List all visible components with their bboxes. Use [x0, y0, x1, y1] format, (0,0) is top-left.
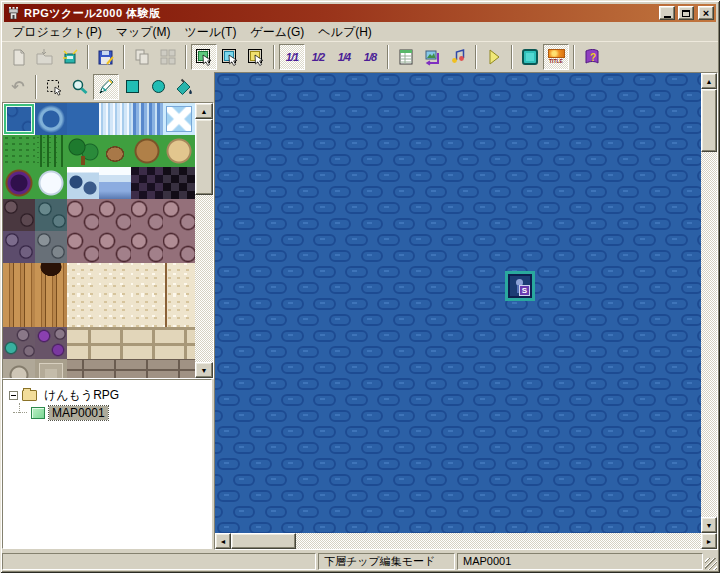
palette-tile-boulder[interactable] [99, 199, 131, 231]
zoom-1-1-button[interactable]: 1/1 [279, 44, 305, 70]
palette-tile-sand[interactable] [67, 295, 99, 327]
palette-tile-water[interactable] [3, 103, 35, 135]
rectangle-tool-button[interactable] [119, 74, 145, 100]
select-tool-button[interactable] [41, 74, 67, 100]
map-scroll-left-button[interactable]: ◄ [215, 533, 231, 549]
palette-tile-dark-cross2[interactable] [163, 167, 195, 199]
fill-tool-button[interactable] [171, 74, 197, 100]
zoom-1-2-button[interactable]: 1/2 [305, 44, 331, 70]
palette-tile-pool[interactable] [35, 103, 67, 135]
palette-tile-sand-circle[interactable] [163, 135, 195, 167]
palette-tile-boulder[interactable] [163, 231, 195, 263]
tree-node-map[interactable]: MAP0001 [31, 404, 211, 421]
zoom-1-4-button[interactable]: 1/4 [331, 44, 357, 70]
palette-tile-brick-dark[interactable] [67, 359, 99, 378]
pen-tool-button[interactable] [93, 74, 119, 100]
palette-tile-deep[interactable] [67, 103, 99, 135]
palette-tile-boulder[interactable] [67, 199, 99, 231]
zoom-tool-button[interactable] [67, 74, 93, 100]
palette-tile-wood[interactable] [3, 295, 35, 327]
event-layer-mode-button[interactable] [243, 44, 269, 70]
palette-scroll-up-button[interactable]: ▲ [195, 103, 213, 119]
palette-tile-mountain[interactable] [99, 167, 131, 199]
palette-tile-tile-square[interactable] [35, 359, 67, 378]
palette-scroll-down-button[interactable]: ▼ [195, 362, 213, 378]
palette-scrollbar[interactable]: ▲ ▼ [195, 103, 213, 378]
minimize-button[interactable] [659, 6, 675, 20]
save-button[interactable] [93, 44, 119, 70]
palette-tile-snow-trees[interactable] [67, 167, 99, 199]
map-hscrollbar-thumb[interactable] [231, 533, 296, 549]
palette-tile-wood[interactable] [3, 263, 35, 295]
palette-tile-sand[interactable] [131, 295, 163, 327]
palette-tile-boulder[interactable] [99, 231, 131, 263]
palette-tile-boulder[interactable] [131, 231, 163, 263]
palette-tile-snow[interactable] [35, 167, 67, 199]
project-root-label[interactable]: けんもうRPG [41, 387, 122, 404]
palette-tile-brick[interactable] [163, 327, 195, 359]
palette-tile-wood-cave[interactable] [35, 263, 67, 295]
map-horizontal-scrollbar[interactable]: ◄ ► [215, 533, 717, 549]
palette-tile-boulder[interactable] [163, 199, 195, 231]
palette-tile-brick[interactable] [67, 327, 99, 359]
map-scroll-down-button[interactable]: ▼ [701, 517, 717, 533]
palette-tile-sand[interactable] [99, 263, 131, 295]
palette-tile-rock-purple[interactable] [3, 231, 35, 263]
map-canvas[interactable]: S [215, 73, 701, 533]
palette-tile-rock-dark[interactable] [3, 199, 35, 231]
paste-button[interactable] [155, 44, 181, 70]
palette-tile-sand-crack[interactable] [163, 295, 195, 327]
palette-tile-sand[interactable] [99, 295, 131, 327]
palette-tile-brick-dark[interactable] [99, 359, 131, 378]
palette-tile-sand[interactable] [67, 263, 99, 295]
palette-tile-sand-crack[interactable] [163, 263, 195, 295]
map-scroll-up-button[interactable]: ▲ [701, 73, 717, 89]
close-button[interactable]: × [698, 6, 714, 20]
create-game-disk-button[interactable] [57, 44, 83, 70]
palette-tile-brick-dark[interactable] [163, 359, 195, 378]
new-project-button[interactable] [5, 44, 31, 70]
palette-tile-brick[interactable] [131, 327, 163, 359]
palette-tile-crater[interactable] [3, 167, 35, 199]
palette-tile-wood[interactable] [35, 295, 67, 327]
map-node-label[interactable]: MAP0001 [49, 406, 108, 420]
palette-tile-cobble-star[interactable] [3, 359, 35, 378]
maximize-button[interactable] [678, 6, 694, 20]
database-button[interactable] [393, 44, 419, 70]
palette-tile-brick-dark[interactable] [131, 359, 163, 378]
palette-tile-ice[interactable] [163, 103, 195, 135]
map-vertical-scrollbar[interactable]: ▲ ▼ [701, 73, 717, 533]
palette-tile-tufts[interactable] [35, 135, 67, 167]
menu-project[interactable]: プロジェクト(P) [5, 23, 109, 42]
menu-map[interactable]: マップ(M) [109, 23, 178, 42]
palette-tile-trees[interactable] [67, 135, 99, 167]
palette-tile-grass[interactable] [3, 135, 35, 167]
palette-tile-boulder[interactable] [131, 199, 163, 231]
palette-scrollbar-thumb[interactable] [195, 119, 213, 195]
palette-tile-waterfall[interactable] [131, 103, 163, 135]
tree-collapse-icon[interactable] [9, 391, 18, 400]
copy-button[interactable] [129, 44, 155, 70]
help-button[interactable]: ? [579, 44, 605, 70]
palette-tile-boulder[interactable] [67, 231, 99, 263]
palette-tile-brick[interactable] [99, 327, 131, 359]
palette-tile-rock-gray[interactable] [35, 231, 67, 263]
menu-game[interactable]: ゲーム(G) [243, 23, 311, 42]
tree-node-project[interactable]: けんもうRPG [9, 387, 211, 404]
palette-tile-pebble-purple[interactable] [35, 327, 67, 359]
undo-button[interactable]: ↶ [5, 74, 31, 100]
music-button[interactable] [445, 44, 471, 70]
menu-help[interactable]: ヘルプ(H) [311, 23, 379, 42]
palette-tile-sand[interactable] [131, 263, 163, 295]
palette-tile-mound[interactable] [99, 135, 131, 167]
party-start-marker[interactable]: S [505, 271, 535, 301]
zoom-1-8-button[interactable]: 1/8 [357, 44, 383, 70]
map-scroll-right-button[interactable]: ► [701, 533, 717, 549]
lower-layer-mode-button[interactable] [191, 44, 217, 70]
palette-tile-waterfall-light[interactable] [99, 103, 131, 135]
playtest-button[interactable] [481, 44, 507, 70]
ellipse-tool-button[interactable] [145, 74, 171, 100]
palette-tile-dirt[interactable] [131, 135, 163, 167]
open-project-button[interactable] [31, 44, 57, 70]
palette-tile-rock-teal[interactable] [35, 199, 67, 231]
